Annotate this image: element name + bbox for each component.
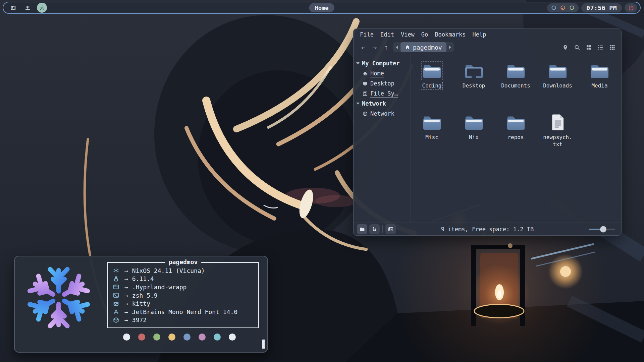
sidebar-section-label: My Computer [362, 60, 400, 67]
statusbar-buttons [357, 224, 382, 234]
sidebar-item-icon [363, 71, 368, 76]
path-scroll-right-icon[interactable] [446, 42, 454, 52]
nav-buttons: ←→↑ [358, 43, 392, 51]
power-icon [628, 5, 634, 11]
workspace-item[interactable] [37, 3, 47, 13]
search-button[interactable] [572, 43, 582, 52]
system-tray[interactable] [547, 3, 579, 12]
file-grid: Coding Desktop Documents Downloads Media… [411, 55, 621, 223]
file-icon [590, 62, 609, 79]
fetch-row: → .Hyprland-wrapp [113, 283, 258, 291]
menu-item[interactable]: Bookmarks [432, 31, 469, 39]
sidebar-item-network[interactable]: Network [354, 109, 411, 119]
chevron-down-icon [356, 103, 360, 105]
file-item-desktop[interactable]: Desktop [453, 62, 495, 114]
fetch-row: → JetBrains Mono Nerd Font 14.0 [113, 308, 258, 316]
terminal-color-palette [123, 334, 236, 341]
fetch-row-value: NixOS 24.11 (Vicuna) [132, 267, 205, 274]
file-icon [464, 114, 484, 131]
file-item-downloads[interactable]: Downloads [537, 62, 579, 114]
file-icon [548, 114, 568, 131]
forward-button[interactable]: → [369, 43, 380, 51]
statusbar-separator [382, 225, 383, 233]
status-text: 9 items, Free space: 1.2 TB [441, 226, 534, 233]
fetch-row: → NixOS 24.11 (Vicuna) [113, 266, 258, 275]
file-icon [464, 62, 484, 79]
menu-item[interactable]: File [357, 31, 377, 39]
sidebar-item-label: File Sy… [370, 90, 398, 97]
file-item-misc[interactable]: Misc [411, 114, 453, 166]
sidebar-item-filesy[interactable]: File Sy… [354, 88, 411, 99]
fetch-row: → 3972 [113, 316, 258, 324]
sidebar-section-header[interactable]: My Computer [354, 58, 411, 68]
path-segment-label: pagedmov [413, 44, 442, 51]
fetch-row-value: JetBrains Mono Nerd Font 14.0 [132, 308, 237, 315]
active-window-title[interactable]: Home [309, 3, 334, 12]
zoom-slider[interactable] [589, 226, 615, 232]
fetch-row: → zsh 5.9 [113, 291, 258, 300]
panel-toggle-icon [388, 227, 393, 232]
palette-dot [214, 334, 221, 341]
chevron-down-icon [356, 62, 360, 64]
sidebar-item-desktop[interactable]: Desktop [354, 78, 411, 88]
green-circle-icon[interactable] [569, 5, 575, 10]
statusbar-button-icon [360, 227, 365, 232]
file-label: Nix [469, 134, 479, 141]
path-scroll-left-icon[interactable] [393, 42, 400, 52]
file-item-repos[interactable]: repos [495, 114, 537, 166]
statusbar-button[interactable] [357, 224, 367, 234]
sidebar-section: My Computer Home Desktop File Sy… [354, 58, 411, 99]
fetch-row-icon [113, 284, 119, 290]
menu-item[interactable]: Help [469, 31, 489, 39]
file-label: repos [507, 134, 524, 141]
up-button[interactable]: ↑ [380, 43, 392, 51]
sidebar-section-header[interactable]: Network [354, 99, 411, 109]
grid-button[interactable] [584, 43, 594, 52]
sidebar-section: Network Network [354, 99, 411, 119]
menubar: FileEditViewGoBookmarksHelp [354, 29, 621, 40]
compact-button[interactable] [607, 43, 617, 52]
sidebar-item-icon [363, 81, 368, 86]
file-item-coding[interactable]: Coding [411, 62, 453, 114]
fetch-row-value: 6.11.4 [132, 275, 154, 282]
file-item-nix[interactable]: Nix [453, 114, 495, 166]
arrow-icon: → [124, 292, 128, 299]
pin-button[interactable] [560, 43, 570, 52]
power-button[interactable] [625, 3, 637, 12]
file-icon [506, 114, 526, 131]
workspace-item[interactable] [22, 3, 33, 13]
side-panel-toggle-button[interactable] [385, 224, 396, 234]
file-label: Desktop [463, 82, 485, 89]
sidebar-item-home[interactable]: Home [354, 68, 411, 78]
blue-circle-icon[interactable] [551, 5, 556, 10]
view-button-icon [562, 45, 568, 50]
file-item-newpsych-txt[interactable]: newpsych.txt [537, 114, 579, 166]
path-segment-current[interactable]: pagedmov [400, 42, 446, 52]
list-button[interactable] [596, 43, 605, 52]
back-button[interactable]: ← [358, 43, 369, 51]
terminal-cursor [262, 340, 265, 349]
menu-item[interactable]: Go [418, 31, 431, 39]
fetch-row: → 6.11.4 [113, 275, 258, 283]
clock-label: 07:56 PM [586, 4, 617, 11]
view-buttons [558, 43, 617, 52]
workspace-item[interactable] [8, 3, 18, 13]
file-item-documents[interactable]: Documents [495, 62, 537, 114]
fetch-info-box: pagedmov → NixOS 24.11 (Vicuna) → 6.11.4… [107, 262, 259, 328]
sidebar-item-icon [363, 91, 368, 96]
file-icon [548, 62, 568, 79]
terminal-window[interactable]: pagedmov → NixOS 24.11 (Vicuna) → 6.11.4… [14, 256, 268, 353]
fetch-row-icon [113, 317, 119, 323]
orange-circle-icon[interactable] [560, 5, 566, 10]
menu-item[interactable]: Edit [377, 31, 397, 39]
palette-dot [138, 334, 145, 341]
clock[interactable]: 07:56 PM [581, 3, 622, 12]
file-item-media[interactable]: Media [579, 62, 621, 114]
palette-dot [168, 334, 175, 341]
fetch-title: pagedmov [165, 258, 201, 265]
statusbar-button[interactable] [369, 224, 380, 234]
fetch-row: → kitty [113, 299, 258, 308]
zoom-slider-handle[interactable] [600, 226, 606, 232]
menu-item[interactable]: View [398, 31, 418, 39]
file-label: Media [591, 82, 607, 89]
